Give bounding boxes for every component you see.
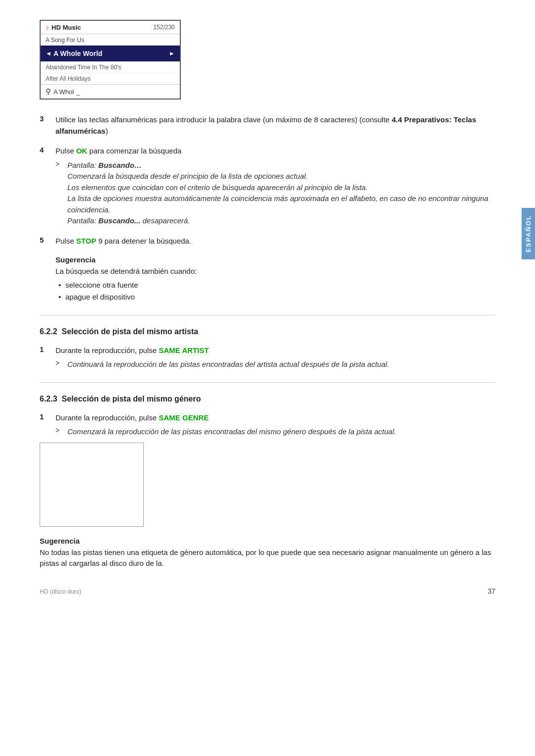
ok-label: OK	[76, 147, 88, 155]
sub-arrow-icon-2: >	[55, 359, 62, 370]
section-623-heading: 6.2.3 Selección de pista del mismo géner…	[40, 395, 495, 403]
section-4-sub: > Pantalla: Buscando… Comenzará la búsqu…	[55, 160, 495, 227]
section-622-sub: > Continuará la reproducción de las pist…	[55, 359, 495, 370]
device-selected-track: A Whole World	[54, 50, 103, 57]
section-5: 5 Pulse STOP 9 para detener la búsqueda.	[40, 236, 495, 247]
section-4-sub-line4: Pantalla: Buscando... desaparecerá.	[67, 215, 495, 227]
same-artist-label: SAME ARTIST	[159, 346, 209, 354]
section-4-sub-line2: Los elementos que coincidan con el crite…	[67, 182, 495, 194]
sugerencia-2-text: No todas las pistas tienen una etiqueta …	[40, 547, 495, 569]
section-5-content: Pulse STOP 9 para detener la búsqueda.	[55, 236, 495, 247]
device-selected-row: ◄ A Whole World ►	[41, 46, 180, 61]
section-623-item1: 1 Durante la reproducción, pulse SAME GE…	[40, 412, 495, 438]
device-header: ♪ HD Music 152/230	[41, 21, 180, 34]
section-623-item-number: 1	[40, 412, 49, 438]
sugerencia-1-intro: La búsqueda se detendrá también cuando:	[55, 266, 495, 277]
device-track-above: A Song For Us	[41, 34, 180, 46]
section-623-sub: > Comenzará la reproducción de las pista…	[55, 426, 495, 438]
page-number: 37	[487, 587, 495, 595]
device-header-left: ♪ HD Music	[46, 23, 81, 31]
device-search-label: A Whol	[54, 88, 74, 96]
section-623: 6.2.3 Selección de pista del mismo géner…	[40, 395, 495, 438]
section-4-content: Pulse OK para comenzar la búsqueda > Pan…	[55, 146, 495, 227]
section-623-item-content: Durante la reproducción, pulse SAME GENR…	[55, 412, 495, 438]
section-4-sub-content: Pantalla: Buscando… Comenzará la búsqued…	[67, 160, 495, 227]
section-4-item: 4 Pulse OK para comenzar la búsqueda > P…	[40, 146, 495, 227]
section-divider-1	[40, 315, 495, 315]
stop-label: STOP	[76, 237, 97, 245]
chevron-right-icon: ►	[169, 50, 175, 57]
section-622-heading: 6.2.2 Selección de pista del mismo artis…	[40, 327, 495, 336]
sub-arrow-icon-3: >	[55, 426, 62, 438]
section-622-item-content: Durante la reproducción, pulse SAME ARTI…	[55, 345, 495, 370]
device-screen: ♪ HD Music 152/230 A Song For Us ◄ A Who…	[40, 20, 181, 100]
sugerencia-1-bullet1: seleccione otra fuente	[65, 279, 495, 291]
section-4-buscando: Buscando…	[99, 161, 142, 169]
section-4: 4 Pulse OK para comenzar la búsqueda > P…	[40, 146, 495, 227]
section-623-sub-text: Comenzará la reproducción de las pistas …	[67, 426, 396, 438]
sugerencia-1-bullet2: apague el dispositivo	[65, 291, 495, 303]
same-genre-label: SAME GENRE	[159, 413, 209, 422]
section-4-sub-line1: Comenzará la búsqueda desde el principio…	[67, 171, 495, 182]
device-screen-empty	[40, 443, 144, 527]
device-search-row: ⚲ A Whol_	[41, 85, 180, 99]
sugerencia-1-list: seleccione otra fuente apague el disposi…	[65, 279, 495, 303]
sub-arrow-icon: >	[55, 160, 62, 227]
section-4-number: 4	[40, 146, 49, 227]
sugerencia-2-section: Sugerencia No todas las pistas tienen un…	[40, 537, 495, 569]
device-track-count: 152/230	[154, 24, 175, 31]
section-3: 3 Utilice las teclas alfanuméricas para …	[40, 114, 495, 137]
device-selected-left: ◄ A Whole World	[46, 50, 103, 57]
section-622-sub-content: Continuará la reproducción de las pistas…	[67, 359, 389, 370]
footer-left: HD (disco duro)	[40, 588, 81, 595]
section-3-number: 3	[40, 114, 49, 137]
sugerencia-1-section: Sugerencia La búsqueda se detendrá tambi…	[55, 255, 495, 303]
section-5-text: Pulse STOP 9 para detener la búsqueda.	[55, 236, 495, 247]
section-4-buscando2: Buscando...	[99, 216, 141, 225]
device-title: HD Music	[52, 24, 81, 31]
page-footer: HD (disco duro) 37	[40, 584, 495, 595]
device-track-below2: After All Holidays	[41, 73, 180, 85]
side-tab-label: ESPAÑOL	[522, 208, 535, 259]
section-623-sub-content: Comenzará la reproducción de las pistas …	[67, 426, 396, 438]
section-5-item: 5 Pulse STOP 9 para detener la búsqueda.	[40, 236, 495, 247]
section-4-sub-line3: La lista de opciones muestra automáticam…	[67, 193, 495, 215]
section-3-text: Utilice las teclas alfanuméricas para in…	[55, 114, 495, 137]
section-5-number: 5	[40, 236, 49, 247]
section-622-item1: 1 Durante la reproducción, pulse SAME AR…	[40, 345, 495, 370]
sugerencia-1-title: Sugerencia	[55, 255, 495, 264]
section-622-sub-text: Continuará la reproducción de las pistas…	[67, 359, 389, 370]
device-track-below1: Abandoned Time In The 80's	[41, 61, 180, 73]
sugerencia-2-title: Sugerencia	[40, 537, 495, 545]
section-622-item-number: 1	[40, 345, 49, 370]
chevron-left-icon: ◄	[46, 50, 52, 57]
section-3-content: Utilice las teclas alfanuméricas para in…	[55, 114, 495, 137]
music-icon: ♪	[46, 23, 49, 31]
section-3-item: 3 Utilice las teclas alfanuméricas para …	[40, 114, 495, 137]
section-623-main-text: Durante la reproducción, pulse SAME GENR…	[55, 412, 495, 424]
device-cursor: _	[76, 88, 80, 96]
search-icon: ⚲	[46, 87, 51, 96]
section-4-main-text: Pulse OK para comenzar la búsqueda	[55, 146, 495, 157]
section-4-screen-label: Pantalla: Buscando…	[67, 160, 495, 171]
section-622-main-text: Durante la reproducción, pulse SAME ARTI…	[55, 345, 495, 356]
section-divider-2	[40, 382, 495, 383]
section-622: 6.2.2 Selección de pista del mismo artis…	[40, 327, 495, 370]
